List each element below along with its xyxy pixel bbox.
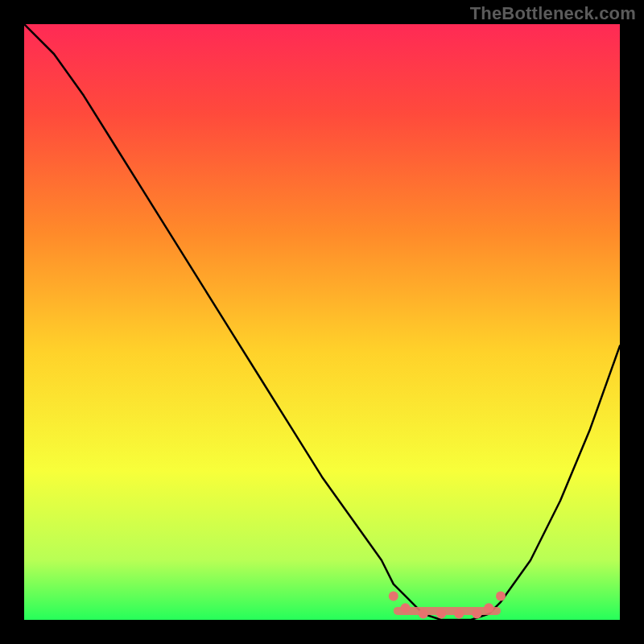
- bottleneck-chart: [0, 0, 644, 644]
- optimal-marker: [436, 609, 446, 619]
- optimal-marker: [389, 591, 398, 601]
- optimal-marker: [419, 609, 428, 619]
- optimal-marker: [472, 609, 481, 619]
- watermark-label: TheBottleneck.com: [470, 3, 636, 24]
- plot-background: [24, 24, 620, 620]
- optimal-marker: [401, 603, 411, 613]
- chart-frame: TheBottleneck.com: [0, 0, 644, 644]
- optimal-marker: [496, 591, 506, 601]
- optimal-marker: [454, 609, 464, 619]
- optimal-marker: [484, 603, 493, 613]
